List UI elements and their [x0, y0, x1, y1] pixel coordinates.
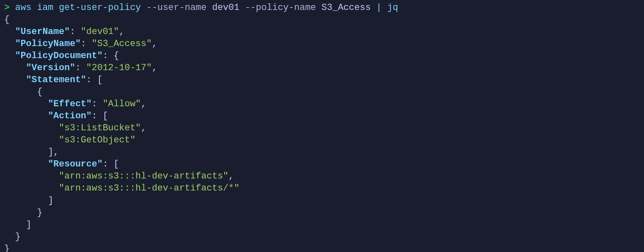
- json-colon: :: [70, 27, 80, 37]
- json-comma: ,: [141, 99, 146, 109]
- json-colon: :: [81, 39, 92, 49]
- json-comma: ,: [141, 123, 146, 133]
- prompt-caret: >: [4, 2, 10, 13]
- json-open-bracket: [: [103, 111, 108, 121]
- json-key-action: "Action": [48, 111, 92, 121]
- json-val-policyname: "S3_Access": [92, 39, 152, 49]
- json-close-brace: }: [15, 232, 20, 242]
- json-comma: ,: [119, 27, 124, 37]
- json-key-resource: "Resource": [48, 159, 103, 169]
- json-comma: ,: [152, 39, 157, 49]
- json-colon: :: [103, 51, 114, 61]
- json-close-bracket: ],: [48, 147, 59, 157]
- arg-policy: S3_Access: [322, 2, 371, 13]
- json-colon: :: [92, 111, 102, 121]
- json-close-bracket: ]: [26, 220, 31, 230]
- json-val-action0: "s3:ListBucket": [59, 123, 141, 133]
- json-open-brace: {: [4, 15, 10, 25]
- json-val-username: "dev01": [81, 27, 119, 37]
- json-key-effect: "Effect": [48, 99, 92, 109]
- json-open-bracket: [: [97, 75, 102, 85]
- json-key-version: "Version": [26, 63, 75, 73]
- cmd-aws: aws: [15, 2, 31, 13]
- json-key-policyname: "PolicyName": [15, 39, 80, 49]
- cmd-jq: jq: [387, 2, 398, 13]
- json-colon: :: [86, 75, 97, 85]
- json-key-policydoc: "PolicyDocument": [15, 51, 102, 61]
- json-close-brace: }: [4, 244, 10, 252]
- json-colon: :: [92, 99, 102, 109]
- json-comma: ,: [152, 63, 157, 73]
- cmd-sub: get-user-policy: [59, 2, 141, 13]
- json-key-statement: "Statement": [26, 75, 86, 85]
- json-val-resource1: "arn:aws:s3:::hl-dev-artifacts/*": [59, 183, 240, 193]
- json-val-effect: "Allow": [103, 99, 141, 109]
- flag-policy-name: --policy-name: [245, 2, 316, 13]
- json-key-username: "UserName": [15, 27, 70, 37]
- cmd-iam: iam: [37, 2, 53, 13]
- json-close-bracket: ]: [48, 196, 53, 206]
- json-open-brace: {: [37, 87, 42, 97]
- json-colon: :: [75, 63, 86, 73]
- json-comma: ,: [228, 171, 234, 181]
- arg-user: dev01: [212, 2, 240, 13]
- json-open-bracket: [: [114, 159, 119, 169]
- json-val-action1: "s3:GetObject": [59, 135, 136, 145]
- json-colon: :: [103, 159, 114, 169]
- json-close-brace: }: [37, 208, 42, 218]
- json-val-version: "2012-10-17": [86, 63, 152, 73]
- json-open-brace: {: [114, 51, 119, 61]
- flag-user-name: --user-name: [146, 2, 206, 13]
- pipe-char: |: [376, 2, 382, 13]
- json-val-resource0: "arn:aws:s3:::hl-dev-artifacts": [59, 171, 228, 181]
- terminal-output[interactable]: > aws iam get-user-policy --user-name de…: [4, 2, 640, 252]
